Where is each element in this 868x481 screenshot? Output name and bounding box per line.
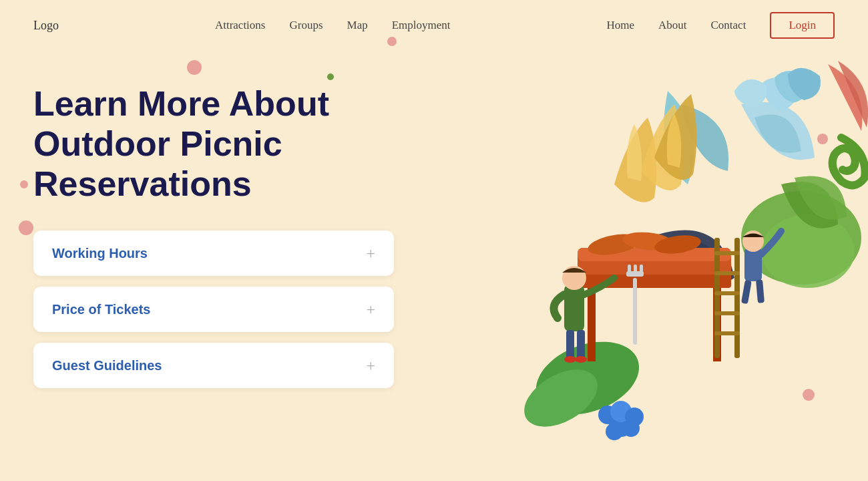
svg-point-36 [575, 356, 587, 363]
left-panel: Learn More About Outdoor Picnic Reservat… [33, 64, 474, 481]
svg-point-6 [622, 420, 640, 437]
svg-rect-22 [714, 331, 740, 335]
nav-employment[interactable]: Employment [392, 19, 451, 32]
nav-about[interactable]: About [658, 19, 687, 32]
picnic-illustration [454, 51, 868, 452]
accordion-item-working-hours[interactable]: Working Hours + [33, 230, 394, 276]
plus-icon-price-tickets: + [366, 301, 375, 317]
svg-rect-33 [566, 330, 574, 360]
svg-rect-19 [714, 271, 740, 275]
svg-point-9 [761, 214, 855, 288]
login-button[interactable]: Login [770, 12, 835, 39]
svg-point-7 [606, 423, 623, 440]
logo[interactable]: Logo [33, 19, 59, 33]
plus-icon-working-hours: + [366, 245, 375, 261]
svg-rect-26 [633, 278, 637, 345]
svg-rect-20 [714, 291, 740, 295]
svg-rect-16 [714, 238, 720, 358]
nav-home[interactable]: Home [606, 19, 634, 32]
nav-right: Home About Contact Login [606, 12, 835, 39]
svg-rect-21 [714, 311, 740, 315]
svg-rect-30 [640, 265, 643, 275]
svg-rect-12 [578, 261, 731, 275]
nav-contact[interactable]: Contact [711, 19, 746, 32]
svg-rect-31 [564, 285, 584, 331]
svg-rect-39 [741, 280, 752, 304]
svg-rect-29 [634, 265, 637, 275]
decorative-dot-4 [19, 220, 33, 235]
accordion-label-guest-guidelines: Guest Guidelines [52, 358, 162, 373]
accordion-item-guest-guidelines[interactable]: Guest Guidelines + [33, 343, 394, 388]
accordion: Working Hours + Price of Tickets + Guest… [33, 230, 394, 388]
svg-rect-18 [714, 251, 740, 255]
illustration-panel [474, 64, 835, 481]
svg-rect-14 [588, 288, 596, 361]
plus-icon-guest-guidelines: + [366, 357, 375, 373]
nav-links: Attractions Groups Map Employment [215, 19, 451, 32]
accordion-item-price-tickets[interactable]: Price of Tickets + [33, 287, 394, 332]
main-content: Learn More About Outdoor Picnic Reservat… [0, 51, 868, 481]
svg-rect-17 [734, 238, 740, 358]
hero-title: Learn More About Outdoor Picnic Reservat… [33, 84, 474, 204]
accordion-label-price-tickets: Price of Tickets [52, 302, 150, 317]
navigation: Logo Attractions Groups Map Employment H… [0, 0, 868, 51]
svg-rect-40 [756, 279, 765, 303]
nav-attractions[interactable]: Attractions [215, 19, 266, 32]
svg-point-35 [564, 356, 576, 363]
svg-rect-28 [628, 265, 631, 275]
nav-map[interactable]: Map [347, 19, 368, 32]
accordion-label-working-hours: Working Hours [52, 246, 148, 261]
nav-groups[interactable]: Groups [289, 19, 322, 32]
svg-rect-34 [577, 330, 585, 360]
